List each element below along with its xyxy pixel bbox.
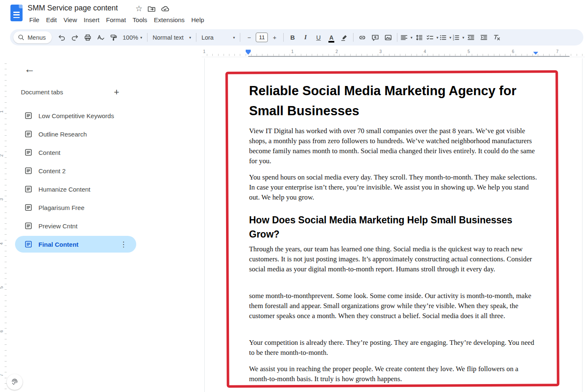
paragraph[interactable]: You spend hours on social media every da…	[249, 172, 539, 202]
line-spacing-icon	[415, 33, 423, 42]
checklist-button[interactable]: ▾	[426, 31, 438, 44]
bold-button[interactable]: B	[286, 31, 299, 44]
search-icon	[18, 34, 25, 41]
underline-button[interactable]: U	[312, 31, 325, 44]
bulleted-list-icon	[439, 33, 447, 42]
chevron-down-icon: ▾	[462, 35, 464, 40]
star-icon[interactable]: ☆	[135, 4, 142, 13]
document-heading-1[interactable]: Reliable Social Media Marketing Agency f…	[249, 81, 539, 121]
undo-icon	[58, 33, 66, 42]
paragraph[interactable]: View IT Digital has worked with over 70 …	[249, 126, 539, 166]
decrease-font-size-button[interactable]: −	[243, 31, 255, 44]
document-title[interactable]: SMM Service page content	[28, 4, 118, 13]
document-canvas[interactable]: Reliable Social Media Marketing Agency f…	[205, 58, 585, 392]
paragraph-style-select[interactable]: Normal text ▾	[150, 31, 193, 44]
text-color-button[interactable]: A	[325, 31, 338, 44]
paragraph[interactable]: Through the years, our team has learned …	[249, 244, 539, 274]
link-icon	[358, 33, 366, 42]
chevron-down-icon: ▾	[189, 35, 191, 40]
insert-image-button[interactable]	[382, 31, 394, 44]
menu-extensions[interactable]: Extensions	[150, 15, 188, 25]
italic-button[interactable]: I	[299, 31, 312, 44]
highlight-color-button[interactable]	[338, 31, 351, 44]
chevron-down-icon: ▾	[436, 35, 438, 40]
tab-humanize-content[interactable]: Humanize Content	[15, 180, 136, 198]
menu-help[interactable]: Help	[188, 15, 208, 25]
tab-options-kebab-icon[interactable]: ⋮	[120, 240, 127, 249]
undo-button[interactable]	[56, 31, 68, 44]
indent-increase-icon	[480, 33, 488, 42]
chevron-down-icon: ▾	[233, 35, 235, 40]
checklist-icon	[426, 33, 434, 42]
tab-plagarisum-free[interactable]: Plagarisum Free	[15, 198, 136, 217]
document-tab-icon	[24, 240, 33, 248]
right-indent-marker[interactable]	[533, 52, 538, 55]
indent-decrease-icon	[467, 33, 475, 42]
paragraph[interactable]: Your competition is already there. They’…	[249, 338, 539, 358]
align-left-icon	[400, 33, 408, 42]
clear-formatting-icon	[493, 33, 501, 42]
menu-view[interactable]: View	[60, 15, 80, 25]
comment-add-icon	[371, 33, 379, 42]
fingerprint-button[interactable]	[7, 374, 23, 390]
document-heading-2[interactable]: How Does Social Media Marketing Help Sma…	[249, 213, 539, 241]
image-icon	[384, 33, 392, 42]
horizontal-ruler: 1 1 2 3 4 5 6 7	[202, 49, 585, 57]
menu-file[interactable]: File	[26, 15, 43, 25]
toolbar: Menus 100% ▾ Normal text ▾ Lora ▾	[10, 29, 583, 46]
spelling-check-button[interactable]	[94, 31, 107, 44]
tab-preview-cntnt[interactable]: Preview Cntnt	[15, 217, 136, 235]
paragraph[interactable]: some month-to-monthprevent. Some look. S…	[249, 291, 539, 321]
menus-search-button[interactable]: Menus	[13, 31, 52, 43]
google-docs-logo-icon[interactable]	[10, 5, 23, 21]
left-indent-marker[interactable]	[246, 50, 251, 55]
document-status-cloud-icon[interactable]	[160, 5, 170, 13]
menu-tools[interactable]: Tools	[129, 15, 150, 25]
tab-content-2[interactable]: Content 2	[15, 162, 136, 180]
move-folder-icon[interactable]	[147, 5, 156, 13]
font-size-input[interactable]: 11	[256, 33, 268, 42]
tab-low-competitive-keywords[interactable]: Low Competitive Keywords	[15, 106, 136, 125]
document-tabs-heading: Document tabs	[21, 89, 63, 96]
add-comment-button[interactable]	[369, 31, 382, 44]
paint-roller-icon	[109, 33, 118, 42]
redo-button[interactable]	[69, 31, 81, 44]
add-tab-button[interactable]: +	[110, 86, 123, 99]
line-spacing-button[interactable]	[413, 31, 425, 44]
tab-outline-research[interactable]: Outline Research	[15, 125, 136, 143]
increase-font-size-button[interactable]: +	[268, 31, 281, 44]
document-tabs-panel: ← Document tabs + Low Competitive Keywor…	[8, 58, 205, 392]
decrease-indent-button[interactable]	[465, 31, 477, 44]
clear-formatting-button[interactable]	[491, 31, 503, 44]
tab-final-content[interactable]: Final Content ⋮	[15, 236, 136, 253]
menu-format[interactable]: Format	[103, 15, 130, 25]
back-arrow-button[interactable]: ←	[24, 63, 35, 74]
menu-edit[interactable]: Edit	[43, 15, 60, 25]
paragraph[interactable]: We assist you in reaching the proper peo…	[249, 364, 539, 384]
print-button[interactable]	[81, 31, 94, 44]
highlighter-icon	[340, 33, 348, 42]
document-tab-icon	[24, 130, 33, 138]
insert-link-button[interactable]	[356, 31, 369, 44]
google-docs-window: SMM Service page content ☆ File Edit Vie…	[0, 0, 585, 392]
menu-insert[interactable]: Insert	[80, 15, 103, 25]
zoom-select[interactable]: 100% ▾	[120, 31, 145, 44]
ruler-ticks	[5, 58, 7, 392]
increase-indent-button[interactable]	[478, 31, 490, 44]
align-button[interactable]: ▾	[400, 31, 412, 44]
chevron-down-icon: ▾	[140, 35, 142, 40]
document-tab-icon	[24, 185, 33, 193]
redo-icon	[71, 33, 79, 42]
numbered-list-button[interactable]: 123 ▾	[452, 31, 464, 44]
tab-content[interactable]: Content	[15, 143, 136, 162]
page-right-edge	[582, 58, 582, 392]
paint-format-button[interactable]	[107, 31, 120, 44]
ruler-margin-line	[248, 56, 570, 57]
document-tab-icon	[24, 222, 33, 230]
chevron-down-icon: ▾	[449, 35, 451, 40]
chevron-down-icon: ▾	[410, 35, 412, 40]
menu-bar: File Edit View Insert Format Tools Exten…	[26, 15, 208, 25]
font-family-select[interactable]: Lora ▾	[199, 31, 237, 44]
spellcheck-icon	[97, 33, 105, 42]
bulleted-list-button[interactable]: ▾	[439, 31, 451, 44]
